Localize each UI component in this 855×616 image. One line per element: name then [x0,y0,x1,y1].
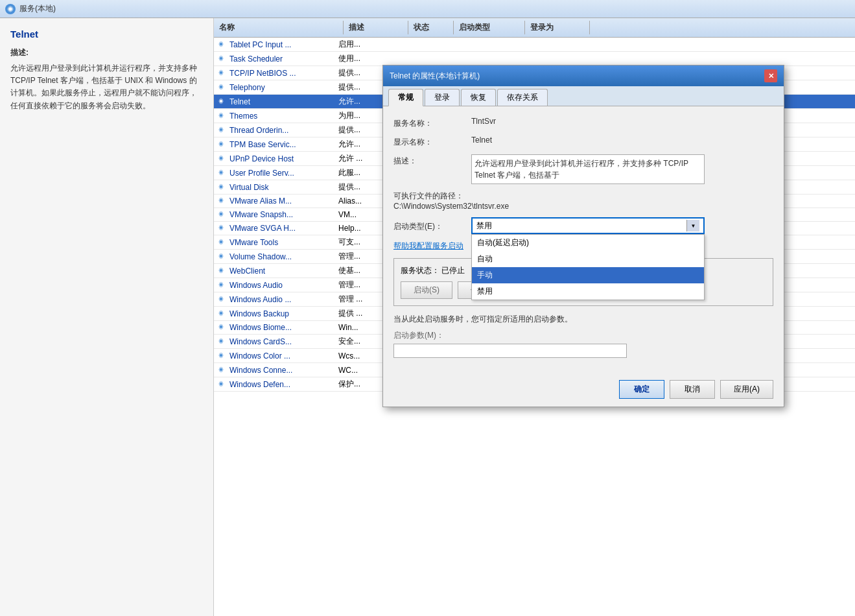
service-gear-icon [217,111,227,121]
startup-type-dropdown[interactable]: 禁用 ▼ [471,217,705,234]
service-gear-icon [217,337,227,347]
start-params-row: 启动参数(M)： [393,330,773,358]
tab-常规[interactable]: 常规 [388,89,423,106]
service-gear-icon [217,280,227,290]
telnet-properties-dialog: Telnet 的属性(本地计算机) ✕ 常规登录恢复依存关系 服务名称： Tln… [382,65,784,407]
app-icon [5,4,16,14]
desc-row: 描述： 允许远程用户登录到此计算机并运行程序，并支持多种 TCP/IP Teln… [393,154,773,184]
header-name[interactable]: 名称 [214,21,344,34]
service-gear-icon [217,154,227,164]
dialog-footer: 确定 取消 应用(A) [383,375,784,407]
service-gear-icon [217,40,227,50]
service-name: UPnP Device Host [229,154,338,163]
start-params-label: 启动参数(M)： [393,330,773,341]
service-name: Telnet [229,97,338,106]
header-status[interactable]: 状态 [408,21,454,34]
dropdown-item-手动[interactable]: 手动 [472,267,704,283]
left-panel-title: Telnet [10,29,203,40]
service-gear-icon [217,365,227,375]
service-gear-icon [217,252,227,262]
service-name: Windows CardS... [229,337,338,346]
service-gear-icon [217,168,227,178]
service-row[interactable]: Task Scheduler 使用... [214,52,855,66]
display-name-label: 显示名称： [393,136,471,148]
service-name: Virtual Disk [229,183,338,192]
service-gear-icon [217,139,227,150]
service-row[interactable]: Tablet PC Input ... 启用... [214,38,855,52]
dialog-tabs: 常规登录恢复依存关系 [383,86,784,106]
start-params-input[interactable] [393,344,627,358]
service-name: Windows Audio ... [229,295,338,304]
service-gear-icon [217,209,227,220]
service-gear-icon [217,322,227,333]
service-name-value: TlntSvr [471,117,496,126]
service-name: Volume Shadow... [229,252,338,261]
tab-依存关系[interactable]: 依存关系 [497,89,548,106]
service-gear-icon [217,294,227,305]
service-gear-icon [217,223,227,233]
start-button[interactable]: 启动(S) [401,281,452,299]
tab-登录[interactable]: 登录 [425,89,460,106]
dialog-body: 服务名称： TlntSvr 显示名称： Telnet 描述： 允许远程用户登录到… [383,106,784,375]
service-gear-icon [217,182,227,193]
service-name: Telephony [229,83,338,92]
service-gear-icon [217,68,227,78]
header-login[interactable]: 登录为 [525,21,590,34]
cancel-button[interactable]: 取消 [670,380,715,399]
service-name: Windows Conne... [229,366,338,375]
left-panel-description: 允许远程用户登录到此计算机并运行程序，并支持多种 TCP/IP Telnet 客… [10,62,203,112]
service-name: Windows Color ... [229,351,338,361]
ok-button[interactable]: 确定 [619,380,664,399]
service-name: Windows Backup [229,309,338,318]
service-gear-icon [217,97,227,107]
left-panel: Telnet 描述: 允许远程用户登录到此计算机并运行程序，并支持多种 TCP/… [0,18,214,616]
dropdown-item-自动[interactable]: 自动 [472,251,704,267]
dialog-close-button[interactable]: ✕ [764,69,777,82]
help-link[interactable]: 帮助我配置服务启动 [393,241,463,252]
desc-value[interactable]: 允许远程用户登录到此计算机并运行程序，并支持多种 TCP/IP Telnet 客… [471,154,705,184]
service-name: TPM Base Servic... [229,140,338,149]
apply-button[interactable]: 应用(A) [720,380,773,399]
service-gear-icon [217,237,227,248]
service-name: Tablet PC Input ... [229,40,338,49]
service-desc: 使用... [338,53,403,64]
service-status-value: 已停止 [441,266,465,275]
dropdown-item-自动(延迟启动)[interactable]: 自动(延迟启动) [472,235,704,251]
dropdown-item-禁用[interactable]: 禁用 [472,283,704,300]
service-name: Themes [229,112,338,121]
service-name: Thread Orderin... [229,126,338,135]
service-name: VMware Alias M... [229,196,338,206]
service-name: Windows Defen... [229,380,338,389]
dropdown-arrow-icon: ▼ [686,220,699,231]
service-name-row: 服务名称： TlntSvr [393,117,773,129]
service-gear-icon [217,309,227,319]
exe-path-section: 可执行文件的路径： C:\Windows\System32\tlntsvr.ex… [393,191,773,211]
service-gear-icon [217,82,227,93]
header-desc[interactable]: 描述 [344,21,408,34]
header-startup[interactable]: 启动类型 [454,21,525,34]
service-gear-icon [217,196,227,206]
dropdown-selected-value: 禁用 [476,220,492,231]
service-gear-icon [217,125,227,136]
service-name: Task Scheduler [229,54,338,64]
service-desc: 启用... [338,39,403,50]
display-name-value: Telnet [471,136,492,145]
service-name: VMware Tools [229,238,338,247]
startup-type-dropdown-wrapper: 禁用 ▼ 自动(延迟启动)自动手动禁用 [471,217,705,234]
service-gear-icon [217,379,227,390]
startup-type-label: 启动类型(E)： [393,220,471,232]
tab-恢复[interactable]: 恢复 [461,89,496,106]
service-name: VMware SVGA H... [229,224,338,233]
exe-path-value: C:\Windows\System32\tlntsvr.exe [393,202,509,211]
list-header: 名称 描述 状态 启动类型 登录为 [214,18,855,38]
service-status-label: 服务状态： [401,266,439,275]
exe-path-label: 可执行文件的路径： [393,191,463,200]
service-name: Windows Biome... [229,323,338,332]
service-name: TCP/IP NetBIOS ... [229,69,338,78]
title-bar-text: 服务(本地) [19,3,56,14]
service-name: WebClient [229,267,338,276]
service-name: Windows Audio [229,281,338,290]
service-gear-icon [217,351,227,361]
desc-label: 描述： [393,154,471,167]
service-name: VMware Snapsh... [229,210,338,219]
